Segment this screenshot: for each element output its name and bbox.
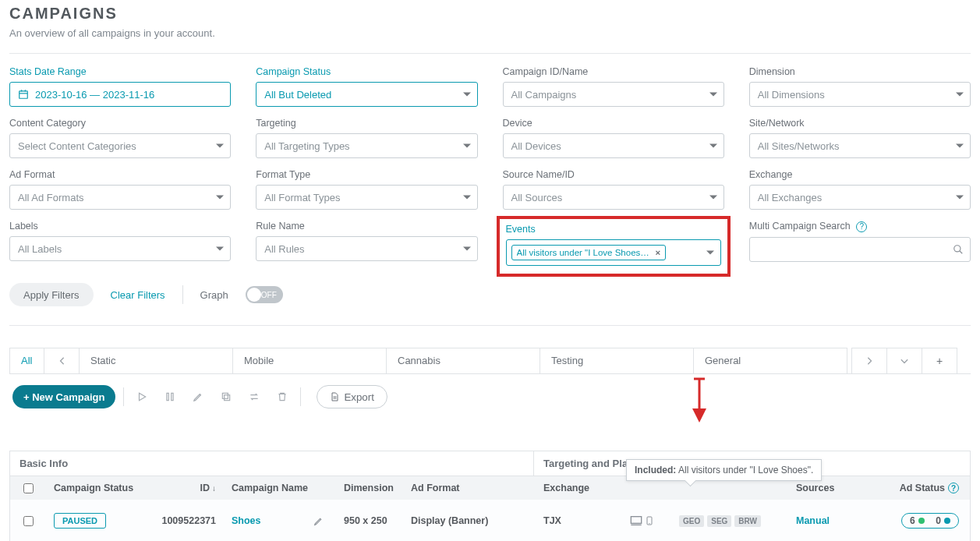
tab-scroll-right[interactable] [851,348,887,373]
filter-date-range: Stats Date Range 2023-10-16 — 2023-11-16 [9,66,231,107]
col-campaign-status[interactable]: Campaign Status [46,476,150,500]
filter-label: Device [503,118,724,129]
campaign-id-select[interactable]: All Campaigns [503,82,724,107]
tab-mobile[interactable]: Mobile [232,348,387,373]
apply-filters-button[interactable]: Apply Filters [9,283,94,306]
tab-all[interactable]: All [9,348,45,373]
rule-name-select[interactable]: All Rules [256,236,477,261]
filter-label: Exchange [749,169,971,180]
select-all-checkbox[interactable] [23,483,34,493]
multi-search-input-wrap [749,237,971,262]
tab-cannabis[interactable]: Cannabis [386,348,540,373]
col-dimension[interactable]: Dimension [336,476,403,500]
tab-general[interactable]: General [693,348,847,373]
filter-format-type: Format Type All Format Types [256,169,477,210]
row-exchange-cell: TJX [536,509,621,532]
svg-rect-9 [225,395,230,401]
filter-site-network: Site/Network All Sites/Networks [749,118,971,158]
search-icon[interactable] [953,244,964,255]
source-select[interactable]: All Sources [503,185,724,210]
col-ad-format[interactable]: Ad Format [403,476,536,500]
filter-targeting: Targeting All Targeting Types [256,118,477,158]
divider [9,53,971,54]
swap-icon[interactable] [244,387,264,407]
clear-filters-link[interactable]: Clear Filters [111,289,165,301]
chevron-right-icon [865,357,873,365]
ad-format-select[interactable]: All Ad Formats [9,185,231,210]
select-placeholder: All Sources [511,192,563,203]
tab-add[interactable]: + [922,348,957,373]
svg-point-4 [954,245,961,251]
row-status-cell: PAUSED [46,507,150,535]
filter-label: Multi Campaign Search ? [749,221,971,232]
col-campaign-name[interactable]: Campaign Name [224,476,336,500]
new-campaign-button[interactable]: + New Campaign [12,385,115,408]
tab-dropdown[interactable] [886,348,922,373]
campaign-name-link[interactable]: Shoes [232,515,261,526]
filter-rule-name: Rule Name All Rules [256,221,477,269]
device-select[interactable]: All Devices [503,133,724,158]
svg-rect-8 [172,393,173,400]
filter-events: Events All visitors under "I Love Shoes"… [503,221,724,269]
caret-down-icon [956,93,964,97]
adstatus-pill[interactable]: 6 0 [901,513,959,529]
tab-static[interactable]: Static [79,348,233,373]
table-toolbar: + New Campaign Export [9,374,971,419]
date-range-value: 2023-10-16 — 2023-11-16 [35,89,154,101]
edit-icon[interactable] [188,387,208,407]
trash-icon[interactable] [272,387,292,407]
site-network-select[interactable]: All Sites/Networks [749,133,971,158]
caret-down-icon [463,247,471,251]
col-adstatus-label: Ad Status [900,483,945,493]
exchange-select[interactable]: All Exchanges [749,185,971,210]
col-ad-status[interactable]: Ad Status? [885,476,970,500]
svg-marker-6 [140,393,146,400]
filter-label: Site/Network [749,118,971,129]
col-exchange[interactable]: Exchange [536,476,621,500]
events-select[interactable]: All visitors under "I Love Shoes" for RE… [506,239,721,266]
help-icon[interactable]: ? [856,221,867,232]
caret-down-icon [216,196,224,200]
file-icon [330,392,339,401]
labels-select[interactable]: All Labels [9,236,231,261]
svg-marker-14 [692,408,706,423]
col-id[interactable]: ID↓ [150,476,224,500]
col-id-label: ID [200,483,211,493]
play-icon[interactable] [132,387,152,407]
source-link[interactable]: Manual [796,515,830,526]
dimension-select[interactable]: All Dimensions [749,82,971,107]
date-range-selector[interactable]: 2023-10-16 — 2023-11-16 [9,82,231,107]
caret-down-icon [463,144,471,148]
table-row[interactable]: PAUSED 1009522371 Shoes 950 x 250 Displa… [10,500,970,541]
divider [9,325,971,326]
multi-search-input[interactable] [756,243,953,255]
targeting-select[interactable]: All Targeting Types [256,133,477,158]
mobile-icon [645,514,654,527]
chip-text: All visitors under "I Love Shoes" for RE… [517,248,651,257]
pause-icon[interactable] [160,387,180,407]
filter-label: Targeting [256,118,477,129]
caret-down-icon [709,144,717,148]
help-icon[interactable]: ? [948,483,959,493]
export-button[interactable]: Export [317,385,387,408]
content-category-select[interactable]: Select Content Categories [9,133,231,158]
caret-down-icon [216,247,224,251]
filter-label: Ad Format [9,169,231,180]
select-placeholder: All Exchanges [758,192,822,203]
graph-toggle[interactable]: OFF [246,286,283,303]
format-type-select[interactable]: All Format Types [256,185,477,210]
tab-testing[interactable]: Testing [540,348,694,373]
copy-icon[interactable] [216,387,236,407]
chevron-down-icon [900,357,908,365]
tab-scroll-left[interactable] [44,348,80,373]
row-checkbox[interactable] [23,516,34,526]
campaign-status-select[interactable]: All But Deleted [256,82,477,107]
page-subtitle: An overview of all campaigns in your acc… [9,27,971,39]
select-placeholder: All Targeting Types [264,140,349,152]
campaigns-table: Basic Info Targeting and Placement Campa… [9,451,971,541]
chip-remove-icon[interactable]: × [656,248,661,257]
edit-icon[interactable] [308,511,328,531]
table-column-headers: Campaign Status ID↓ Campaign Name Dimens… [10,476,970,500]
select-placeholder: All Format Types [264,192,340,203]
row-id-cell: 1009522371 [150,509,224,532]
